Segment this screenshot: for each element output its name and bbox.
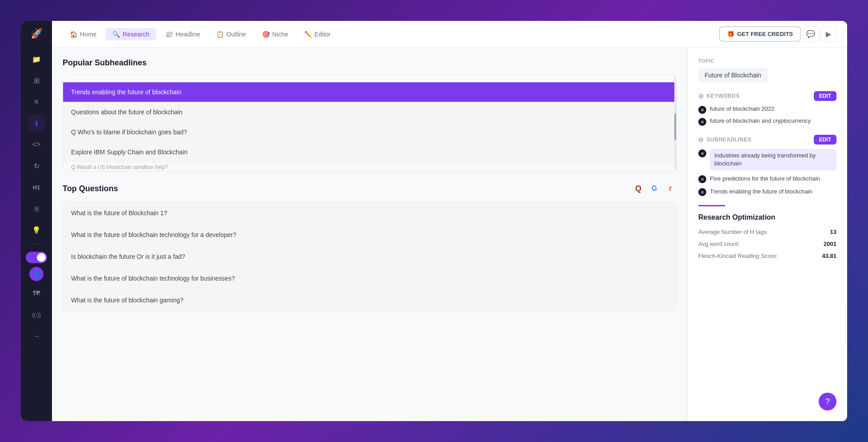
keyword-text-2: future of blockchain and cryptocurrency xyxy=(710,117,811,124)
reddit-icon[interactable]: r xyxy=(664,182,677,195)
stat-row-wordcount: Avg word count: 2001 xyxy=(698,241,836,247)
help-button[interactable]: ? xyxy=(819,393,836,410)
stat-row-htags: Average Number of H tags: 13 xyxy=(698,229,836,235)
sidebar-item-grid[interactable]: ⊞ xyxy=(28,72,45,89)
question-item-2[interactable]: What is the future of blockchain technol… xyxy=(63,224,676,246)
stat-value-wordcount: 2001 xyxy=(824,241,836,247)
stat-label-wordcount: Avg word count: xyxy=(698,241,740,247)
questions-list: What is the future of Blockchain 1? What… xyxy=(63,202,677,311)
subheadline-panel-item-3: ✕ Trends enabling the future of blockcha… xyxy=(698,188,836,196)
video-icon[interactable]: ▶ xyxy=(820,26,836,42)
research-icon: 🔍 xyxy=(112,31,120,38)
sidebar-item-h1[interactable]: H1 xyxy=(28,178,45,196)
sidebar-item-collapse[interactable]: → xyxy=(28,327,45,345)
quora-icon[interactable]: Q xyxy=(632,182,645,195)
minus-icon-sub: ⊖ xyxy=(698,136,704,143)
sidebar-item-map[interactable]: 🗺 xyxy=(28,285,45,302)
left-panel: Popular Subheadlines Trends enabling the… xyxy=(52,48,687,421)
subheadlines-section-title: Popular Subheadlines xyxy=(63,58,677,68)
source-icons: Q G r xyxy=(632,182,677,195)
keyword-item-1: ✕ future of blockchain 2022 xyxy=(698,105,836,114)
subheadline-partial-top xyxy=(63,75,676,82)
top-questions-header: Top Questions Q G r xyxy=(63,182,677,195)
right-panel: TOPIC Future of Blockchain ⊖ KEYWORDS ED… xyxy=(687,48,847,421)
remove-subheadline-2[interactable]: ✕ xyxy=(698,175,706,183)
tab-research[interactable]: 🔍 Research xyxy=(105,28,156,40)
subheadlines-panel-header: ⊖ SUBHEADLINES EDIT xyxy=(698,135,836,145)
question-item-5[interactable]: What is the future of blockchain gaming? xyxy=(63,289,676,311)
scroll-indicator xyxy=(674,75,676,171)
keyword-text-1: future of blockchain 2022 xyxy=(710,105,774,112)
subheadline-item-5[interactable]: Q Would a US blockchain sandbox help? xyxy=(63,162,676,171)
section-divider xyxy=(698,205,725,206)
remove-subheadline-1[interactable]: ✕ xyxy=(698,149,706,157)
remove-subheadline-3[interactable]: ✕ xyxy=(698,188,706,196)
sidebar-toggle[interactable] xyxy=(26,252,47,263)
app-logo: 🚀 xyxy=(31,28,43,40)
stat-label-flesch: Flesch-Kincaid Reading Score: xyxy=(698,253,777,259)
research-optimization-section: Research Optimization Average Number of … xyxy=(698,213,836,259)
sidebar: 🚀 📁 ⊞ ≡ ℹ <> ↻ H1 ≣ 💡 👤 🗺 ((·)) → xyxy=(21,21,52,421)
main-content: 🏠 Home 🔍 Research 📰 Headline 📋 Outline 🎯… xyxy=(52,21,847,421)
minus-icon-kw: ⊖ xyxy=(698,92,704,100)
subheadline-panel-text-2: Five predictions for the future of block… xyxy=(710,175,820,183)
gift-icon: 🎁 xyxy=(727,31,734,37)
subheadlines-edit-button[interactable]: EDIT xyxy=(814,135,836,145)
questions-title: Top Questions xyxy=(63,184,118,193)
research-opt-title: Research Optimization xyxy=(698,213,836,221)
home-icon: 🏠 xyxy=(70,31,77,38)
editor-icon: ✏️ xyxy=(304,31,312,38)
keywords-section: ⊖ KEYWORDS EDIT ✕ future of blockchain 2… xyxy=(698,91,836,126)
scroll-thumb xyxy=(674,113,676,140)
stat-value-htags: 13 xyxy=(830,229,836,235)
content-area: Popular Subheadlines Trends enabling the… xyxy=(52,48,847,421)
subheadline-item-3[interactable]: Q Who's to blame if blockchain goes bad? xyxy=(63,122,676,142)
subheadline-panel-item-2: ✕ Five predictions for the future of blo… xyxy=(698,175,836,183)
subheadline-item-1[interactable]: Trends enabling the future of blockchain xyxy=(63,82,676,102)
sidebar-divider xyxy=(29,244,44,245)
remove-keyword-1[interactable]: ✕ xyxy=(698,106,706,114)
outline-icon: 📋 xyxy=(216,31,224,38)
get-credits-button[interactable]: 🎁 GET FREE CREDITS xyxy=(719,26,801,42)
topic-value: Future of Blockchain xyxy=(698,68,768,82)
subheadlines-panel-title: ⊖ SUBHEADLINES xyxy=(698,136,751,143)
google-icon[interactable]: G xyxy=(648,182,661,195)
subheadline-item-2[interactable]: Questions about the future of blockchain xyxy=(63,102,676,122)
tab-editor[interactable]: ✏️ Editor xyxy=(297,28,338,40)
niche-icon: 🎯 xyxy=(262,31,270,38)
subheadline-panel-text-1: Industries already being transformed by … xyxy=(710,149,836,170)
tab-home[interactable]: 🏠 Home xyxy=(63,28,104,40)
sidebar-item-lightbulb[interactable]: 💡 xyxy=(28,221,45,239)
subheadline-item-4[interactable]: Explore IBM Supply Chain and Blockchain xyxy=(63,142,676,162)
question-item-3[interactable]: Is blockchain the future Or is it just a… xyxy=(63,246,676,268)
sidebar-item-radio[interactable]: ((·)) xyxy=(28,306,45,324)
subheadline-panel-text-3: Trends enabling the future of blockchain xyxy=(710,188,812,196)
user-avatar[interactable]: 👤 xyxy=(29,267,44,281)
sidebar-item-refresh[interactable]: ↻ xyxy=(28,157,45,175)
subheadline-panel-item-1: ✕ Industries already being transformed b… xyxy=(698,149,836,170)
subheadlines-list: Trends enabling the future of blockchain… xyxy=(63,75,677,172)
subheadlines-panel-section: ⊖ SUBHEADLINES EDIT ✕ Industries already… xyxy=(698,135,836,196)
sidebar-item-code[interactable]: <> xyxy=(28,136,45,153)
headline-icon: 📰 xyxy=(165,31,173,38)
tab-outline[interactable]: 📋 Outline xyxy=(209,28,253,40)
chat-icon[interactable]: 💬 xyxy=(803,26,819,42)
keywords-edit-button[interactable]: EDIT xyxy=(814,91,836,101)
question-item-4[interactable]: What is the future of blockchain technol… xyxy=(63,268,676,289)
remove-keyword-2[interactable]: ✕ xyxy=(698,118,706,126)
stat-label-htags: Average Number of H tags: xyxy=(698,229,768,235)
topic-label: TOPIC xyxy=(698,58,836,64)
top-nav: 🏠 Home 🔍 Research 📰 Headline 📋 Outline 🎯… xyxy=(52,21,847,48)
sidebar-item-list[interactable]: ≡ xyxy=(28,93,45,111)
question-item-1[interactable]: What is the future of Blockchain 1? xyxy=(63,202,676,224)
keywords-title: ⊖ KEYWORDS xyxy=(698,92,740,100)
sidebar-item-info[interactable]: ℹ xyxy=(28,114,45,132)
tab-headline[interactable]: 📰 Headline xyxy=(158,28,207,40)
keyword-item-2: ✕ future of blockchain and cryptocurrenc… xyxy=(698,117,836,126)
keywords-header: ⊖ KEYWORDS EDIT xyxy=(698,91,836,101)
stat-row-flesch: Flesch-Kincaid Reading Score: 43.81 xyxy=(698,253,836,259)
sidebar-item-folder[interactable]: 📁 xyxy=(28,50,45,68)
tab-niche[interactable]: 🎯 Niche xyxy=(255,28,295,40)
sidebar-item-bullets[interactable]: ≣ xyxy=(28,200,45,217)
toggle-knob xyxy=(37,253,46,262)
